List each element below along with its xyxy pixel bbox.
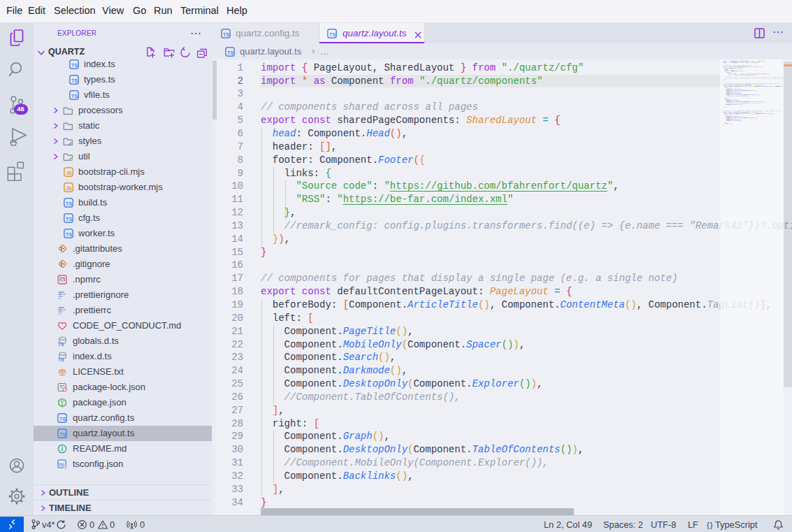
svg-text:TS: TS <box>66 217 72 222</box>
svg-text:TS: TS <box>329 32 336 37</box>
svg-text:TS: TS <box>223 32 229 37</box>
svg-text:TS: TS <box>71 78 78 83</box>
svg-text:TS: TS <box>71 63 78 68</box>
svg-text:JS: JS <box>66 186 72 191</box>
svg-text:TS: TS <box>71 94 78 99</box>
svg-text:TS: TS <box>66 201 72 206</box>
svg-text:JS: JS <box>66 171 72 175</box>
svg-text:TS: TS <box>58 357 64 361</box>
svg-text:TS: TS <box>227 50 233 55</box>
svg-text:TS: TS <box>59 462 64 466</box>
svg-text:TS: TS <box>59 417 66 422</box>
svg-text:TS: TS <box>59 432 66 437</box>
svg-text:TS: TS <box>58 341 64 345</box>
svg-text:TS: TS <box>66 232 72 237</box>
